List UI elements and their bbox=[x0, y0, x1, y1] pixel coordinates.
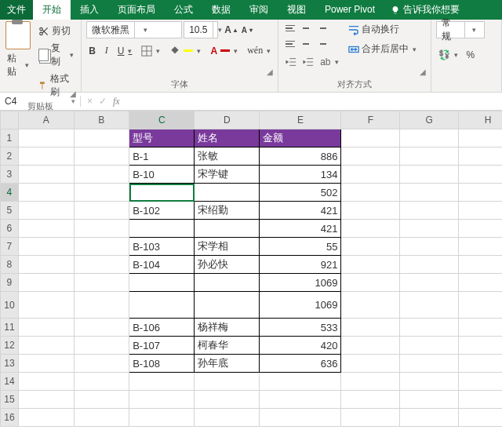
increase-font-button[interactable]: A▴ bbox=[223, 24, 238, 35]
row-header[interactable]: 10 bbox=[1, 292, 19, 319]
col-header[interactable]: A bbox=[18, 111, 74, 129]
cell[interactable]: 636 bbox=[260, 355, 341, 373]
cell[interactable]: 宋学相 bbox=[195, 238, 260, 256]
cell[interactable] bbox=[129, 184, 195, 202]
table-header-amount[interactable]: 金额 bbox=[260, 129, 341, 148]
tab-formulas[interactable]: 公式 bbox=[165, 0, 202, 20]
cell[interactable] bbox=[129, 274, 195, 292]
tab-data[interactable]: 数据 bbox=[202, 0, 240, 20]
cell[interactable]: B-108 bbox=[129, 355, 195, 373]
align-top-right[interactable] bbox=[315, 21, 329, 35]
paste-icon[interactable] bbox=[5, 21, 31, 49]
italic-button[interactable]: I bbox=[103, 43, 111, 58]
row-header[interactable]: 9 bbox=[1, 274, 19, 292]
cell[interactable]: 886 bbox=[260, 148, 341, 166]
phonetic-button[interactable]: wén▾ bbox=[245, 43, 273, 58]
decrease-font-button[interactable]: A▾ bbox=[240, 24, 254, 35]
cancel-formula-icon[interactable]: × bbox=[87, 96, 93, 107]
cell[interactable]: 421 bbox=[260, 220, 341, 238]
name-box[interactable]: C4▾ bbox=[0, 96, 81, 107]
decrease-indent-button[interactable] bbox=[283, 55, 299, 69]
align-launcher[interactable]: ◢ bbox=[420, 67, 426, 76]
row-header[interactable]: 15 bbox=[1, 391, 19, 409]
col-header[interactable]: H bbox=[459, 111, 502, 129]
number-format-combo[interactable]: 常规▾ bbox=[436, 21, 485, 38]
col-header[interactable]: C bbox=[129, 111, 195, 129]
fill-color-button[interactable]: ▾ bbox=[167, 44, 203, 58]
cell[interactable]: B-10 bbox=[129, 166, 195, 184]
row-header[interactable]: 2 bbox=[1, 148, 19, 166]
col-header[interactable]: B bbox=[74, 111, 129, 129]
tab-review[interactable]: 审阅 bbox=[240, 0, 278, 20]
merge-center-button[interactable]: 合并后居中▾ bbox=[346, 41, 419, 57]
fx-icon[interactable]: fx bbox=[113, 96, 120, 107]
cell[interactable]: 421 bbox=[260, 202, 341, 220]
cell[interactable]: 宋学键 bbox=[195, 166, 260, 184]
row-header[interactable]: 13 bbox=[1, 355, 19, 373]
row-header[interactable]: 1 bbox=[1, 129, 19, 148]
paste-button[interactable]: 粘贴▾ bbox=[5, 50, 31, 80]
cell[interactable]: 921 bbox=[260, 256, 341, 274]
align-center[interactable] bbox=[299, 37, 313, 51]
row-header[interactable]: 4 bbox=[1, 184, 19, 202]
tab-page-layout[interactable]: 页面布局 bbox=[108, 0, 165, 20]
font-launcher[interactable]: ◢ bbox=[267, 67, 273, 76]
font-color-button[interactable]: A▾ bbox=[208, 44, 240, 58]
cell[interactable] bbox=[195, 274, 260, 292]
tab-view[interactable]: 视图 bbox=[278, 0, 315, 20]
align-left[interactable] bbox=[283, 37, 297, 51]
cell[interactable] bbox=[195, 292, 260, 319]
orientation-button[interactable]: ab▾ bbox=[318, 55, 340, 69]
cell[interactable]: 1069 bbox=[260, 292, 341, 319]
row-header[interactable]: 14 bbox=[1, 373, 19, 391]
increase-indent-button[interactable] bbox=[300, 55, 316, 69]
bold-button[interactable]: B bbox=[86, 44, 98, 58]
underline-button[interactable]: U▾ bbox=[115, 44, 135, 58]
tab-insert[interactable]: 插入 bbox=[71, 0, 108, 20]
wrap-text-button[interactable]: 自动换行 bbox=[346, 21, 419, 38]
accounting-format-button[interactable]: 💱▾ bbox=[436, 48, 460, 62]
row-header[interactable]: 12 bbox=[1, 337, 19, 355]
row-header[interactable]: 3 bbox=[1, 166, 19, 184]
align-top-left[interactable] bbox=[283, 21, 297, 35]
cell[interactable]: 533 bbox=[260, 319, 341, 337]
select-all-corner[interactable] bbox=[1, 111, 19, 129]
table-header-model[interactable]: 型号 bbox=[129, 129, 195, 148]
align-right[interactable] bbox=[315, 37, 329, 51]
cell[interactable]: B-104 bbox=[129, 256, 195, 274]
cell[interactable]: 134 bbox=[260, 166, 341, 184]
cell[interactable] bbox=[195, 184, 260, 202]
cell[interactable]: 柯春华 bbox=[195, 337, 260, 355]
copy-button[interactable]: 复制▾ bbox=[36, 40, 76, 70]
tab-power-pivot[interactable]: Power Pivot bbox=[315, 0, 384, 20]
enter-formula-icon[interactable]: ✓ bbox=[99, 96, 107, 107]
cell[interactable]: 420 bbox=[260, 337, 341, 355]
cell[interactable]: 孙必快 bbox=[195, 256, 260, 274]
tab-home[interactable]: 开始 bbox=[33, 0, 71, 20]
cell[interactable]: 张敏 bbox=[195, 148, 260, 166]
row-header[interactable]: 6 bbox=[1, 220, 19, 238]
table-header-name[interactable]: 姓名 bbox=[195, 129, 260, 148]
cell[interactable]: 1069 bbox=[260, 274, 341, 292]
worksheet[interactable]: A B C D E F G H 1 型号 姓名 金额 2B-1张敏8863B-1… bbox=[0, 111, 502, 448]
cell[interactable]: 宋绍勤 bbox=[195, 202, 260, 220]
cell[interactable]: B-103 bbox=[129, 238, 195, 256]
tab-file[interactable]: 文件 bbox=[0, 0, 33, 20]
cell[interactable]: B-102 bbox=[129, 202, 195, 220]
row-header[interactable]: 11 bbox=[1, 319, 19, 337]
cell[interactable] bbox=[129, 292, 195, 319]
row-header[interactable]: 7 bbox=[1, 238, 19, 256]
cell[interactable]: B-106 bbox=[129, 319, 195, 337]
cut-button[interactable]: 剪切 bbox=[36, 23, 76, 39]
cell[interactable]: 502 bbox=[260, 184, 341, 202]
percent-format-button[interactable]: % bbox=[464, 48, 477, 62]
cell[interactable]: B-1 bbox=[129, 148, 195, 166]
col-header[interactable]: E bbox=[260, 111, 341, 129]
cell[interactable]: 孙年底 bbox=[195, 355, 260, 373]
borders-button[interactable]: ▾ bbox=[139, 44, 162, 58]
col-header[interactable]: G bbox=[400, 111, 459, 129]
font-name-combo[interactable]: 微软雅黑▾ bbox=[86, 21, 182, 38]
cell[interactable]: 55 bbox=[260, 238, 341, 256]
align-top-center[interactable] bbox=[299, 21, 313, 35]
cell[interactable]: B-107 bbox=[129, 337, 195, 355]
